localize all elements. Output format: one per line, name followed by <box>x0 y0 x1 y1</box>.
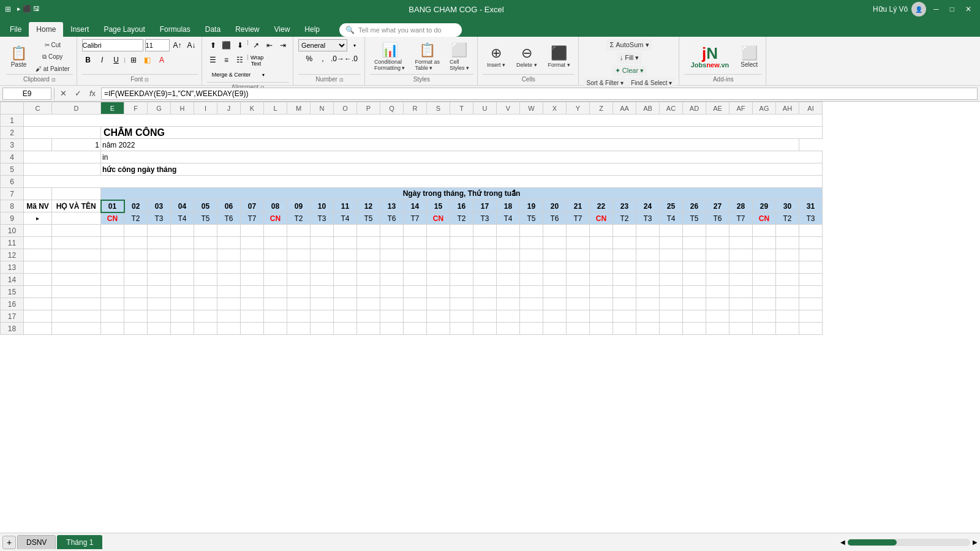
col-F[interactable]: F <box>124 102 148 114</box>
col-AI[interactable]: AI <box>799 102 823 114</box>
days-header-cell[interactable]: Ngày trong tháng, Thứ trong tuần <box>101 188 823 200</box>
delete-button[interactable]: ⊖ Delete ▾ <box>512 42 541 70</box>
maximize-btn[interactable]: □ <box>946 4 958 15</box>
col-Z[interactable]: Z <box>590 102 613 114</box>
wd-12[interactable]: T5 <box>357 212 380 225</box>
col-Y[interactable]: Y <box>567 102 590 114</box>
align-right-button[interactable]: ☷ <box>234 54 246 66</box>
col-AE[interactable]: AE <box>706 102 729 114</box>
minimize-btn[interactable]: ─ <box>930 4 943 15</box>
insert-button[interactable]: ⊕ Insert ▾ <box>483 42 510 70</box>
day-18[interactable]: 18 <box>497 200 520 212</box>
day-30[interactable]: 30 <box>776 200 799 212</box>
wd-22[interactable]: CN <box>590 212 613 225</box>
wd-20[interactable]: T6 <box>543 212 567 225</box>
col-K[interactable]: K <box>241 102 264 114</box>
window-controls[interactable]: ⊞ ▸ ⬛ 🖫 <box>5 5 40 13</box>
find-select-button[interactable]: Find & Select ▾ <box>628 78 675 88</box>
wd-18[interactable]: T4 <box>497 212 520 225</box>
wd-11[interactable]: T4 <box>334 212 357 225</box>
day-25[interactable]: 25 <box>660 200 683 212</box>
scroll-left-btn[interactable]: ◀ <box>840 539 845 545</box>
col-M[interactable]: M <box>287 102 311 114</box>
tab-data[interactable]: Data <box>198 22 228 37</box>
conditional-formatting-button[interactable]: 📊 ConditionalFormatting ▾ <box>370 39 410 73</box>
format-button[interactable]: ⬛ Format ▾ <box>544 42 575 70</box>
day-05[interactable]: 05 <box>194 200 217 212</box>
col-E[interactable]: E <box>101 102 124 114</box>
col-J[interactable]: J <box>217 102 241 114</box>
wrap-text-button[interactable]: Wrap Text <box>250 54 262 66</box>
col-H[interactable]: H <box>171 102 194 114</box>
year-cell[interactable]: năm 2022 <box>101 139 799 151</box>
tab-review[interactable]: Review <box>228 22 266 37</box>
add-sheet-button[interactable]: + <box>2 536 16 549</box>
col-W[interactable]: W <box>520 102 543 114</box>
tab-file[interactable]: File <box>2 22 29 37</box>
wd-04[interactable]: T4 <box>171 212 194 225</box>
day-27[interactable]: 27 <box>706 200 729 212</box>
wd-19[interactable]: T5 <box>520 212 543 225</box>
day-11[interactable]: 11 <box>334 200 357 212</box>
wd-29[interactable]: CN <box>753 212 776 225</box>
day-09[interactable]: 09 <box>287 200 311 212</box>
sort-filter-button[interactable]: Sort & Filter ▾ <box>584 78 627 88</box>
col-G[interactable]: G <box>148 102 171 114</box>
sheet-tab-dsnv[interactable]: DSNV <box>17 535 56 549</box>
formula-input[interactable] <box>101 88 978 100</box>
confirm-formula-button[interactable]: ✓ <box>72 88 84 100</box>
day-17[interactable]: 17 <box>473 200 497 212</box>
wd-16[interactable]: T2 <box>450 212 473 225</box>
col-AD[interactable]: AD <box>683 102 706 114</box>
day-13[interactable]: 13 <box>380 200 404 212</box>
day-08[interactable]: 08 <box>264 200 287 212</box>
close-btn[interactable]: ✕ <box>962 4 975 15</box>
font-size-increase-button[interactable]: A↑ <box>172 39 184 51</box>
wd-17[interactable]: T3 <box>473 212 497 225</box>
day-04[interactable]: 04 <box>171 200 194 212</box>
wd-08[interactable]: CN <box>264 212 287 225</box>
day-26[interactable]: 26 <box>683 200 706 212</box>
day-06[interactable]: 06 <box>217 200 241 212</box>
fill-color-button[interactable]: ◧ <box>141 54 154 66</box>
clipboard-expand-icon[interactable]: ⊡ <box>51 77 56 83</box>
clear-button[interactable]: ✦ Clear ▾ <box>612 65 647 77</box>
number-expand-icon[interactable]: ⊡ <box>339 77 344 83</box>
select-addin-button[interactable]: ⬜ Select <box>736 42 762 71</box>
wd-25[interactable]: T4 <box>660 212 683 225</box>
col-R[interactable]: R <box>404 102 427 114</box>
bold-button[interactable]: B <box>82 54 94 66</box>
wd-21[interactable]: T7 <box>567 212 590 225</box>
wd-14[interactable]: T7 <box>404 212 427 225</box>
merge-dropdown-button[interactable]: ▾ <box>257 69 270 81</box>
col-AC[interactable]: AC <box>660 102 683 114</box>
wd-24[interactable]: T3 <box>636 212 660 225</box>
day-02[interactable]: 02 <box>124 200 148 212</box>
day-12[interactable]: 12 <box>357 200 380 212</box>
search-box[interactable]: 🔍 Tell me what you want to do <box>339 23 462 37</box>
col-X[interactable]: X <box>543 102 567 114</box>
fill-button[interactable]: ↓ Fill ▾ <box>617 52 643 64</box>
day-20[interactable]: 20 <box>543 200 567 212</box>
wd-15[interactable]: CN <box>427 212 450 225</box>
percent-button[interactable]: % <box>303 53 315 65</box>
wd-02[interactable]: T2 <box>124 212 148 225</box>
sheet-title-cell[interactable]: CHẤM CÔNG <box>101 127 823 139</box>
col-S[interactable]: S <box>427 102 450 114</box>
tab-formulas[interactable]: Formulas <box>153 22 198 37</box>
merge-center-button[interactable]: Merge & Center <box>207 69 256 81</box>
wd-27[interactable]: T6 <box>706 212 729 225</box>
col-AB[interactable]: AB <box>636 102 660 114</box>
cut-button[interactable]: ✂ Cut <box>32 40 73 50</box>
day-16[interactable]: 16 <box>450 200 473 212</box>
font-size-decrease-button[interactable]: A↓ <box>186 39 198 51</box>
italic-button[interactable]: I <box>96 54 108 66</box>
wd-23[interactable]: T2 <box>613 212 636 225</box>
day-10[interactable]: 10 <box>311 200 334 212</box>
tab-view[interactable]: View <box>267 22 298 37</box>
day-15[interactable]: 15 <box>427 200 450 212</box>
day-29[interactable]: 29 <box>753 200 776 212</box>
tab-page-layout[interactable]: Page Layout <box>96 22 152 37</box>
day-31[interactable]: 31 <box>799 200 823 212</box>
wd-01[interactable]: CN <box>101 212 124 225</box>
